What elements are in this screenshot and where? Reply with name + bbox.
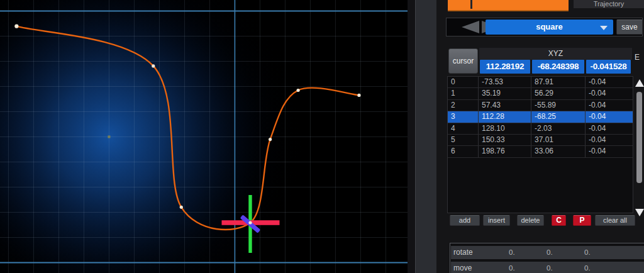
move-y-field[interactable]: 0. (547, 264, 553, 272)
trajectory-point[interactable] (248, 221, 252, 224)
cell-z: -0.04 (585, 123, 631, 134)
trajectory-point[interactable] (296, 89, 299, 92)
cell-y: 33.06 (531, 146, 585, 157)
trajectory-selector-bar: square save (446, 18, 643, 36)
move-x-field[interactable]: 0. (509, 264, 515, 272)
cursor-z-field[interactable]: -0.041528 (586, 60, 631, 74)
timeline-progress-bar[interactable] (448, 0, 569, 11)
trajectory-dropdown[interactable]: square (486, 20, 613, 35)
cell-x: 150.33 (478, 135, 531, 145)
insert-button[interactable]: insert (483, 215, 510, 226)
cell-y: 37.01 (531, 135, 585, 145)
cell-x: 198.76 (478, 146, 531, 157)
rotate-x-field[interactable]: 0. (509, 248, 515, 256)
cell-i: 6 (448, 146, 478, 157)
scroll-up-icon[interactable] (635, 79, 644, 87)
c-button[interactable]: C (552, 215, 566, 226)
cell-i: 2 (448, 100, 478, 111)
rotate-y-field[interactable]: 0. (547, 248, 553, 256)
cell-i: 3 (448, 111, 478, 122)
clear-all-button[interactable]: clear all (595, 215, 635, 226)
add-button[interactable]: add (450, 215, 480, 226)
cell-y: -55.89 (531, 100, 585, 111)
trajectory-point[interactable] (357, 94, 360, 97)
tab-trajectory-label: Trajectory (594, 0, 625, 8)
table-row[interactable]: 0-73.5387.91-0.04 (448, 77, 633, 88)
trajectory-side-panel: Trajectory square save cursor XYZ 112.28… (436, 0, 644, 273)
rotate-z-field[interactable]: 0. (584, 248, 591, 256)
origin-dot (108, 136, 110, 138)
cell-x: -73.53 (478, 77, 531, 87)
cell-y: 87.91 (531, 77, 585, 87)
cell-z: -0.04 (585, 146, 631, 157)
cell-x: 57.43 (478, 100, 531, 111)
trajectory-point[interactable] (152, 64, 155, 67)
cursor-y-field[interactable]: -68.248398 (532, 60, 584, 74)
scrollbar-thumb[interactable] (636, 92, 642, 183)
cell-x: 35.19 (478, 88, 531, 99)
trajectory-point[interactable] (269, 138, 272, 141)
cell-i: 5 (448, 135, 478, 145)
table-rows: 0-73.5387.91-0.04135.1956.29-0.04257.43-… (448, 77, 633, 158)
trajectory-point[interactable] (180, 206, 183, 209)
rotate-label: rotate (453, 248, 473, 257)
table-row[interactable]: 4128.10-2.03-0.04 (448, 123, 633, 135)
cell-z: -0.04 (585, 77, 631, 87)
timeline-playhead[interactable] (470, 0, 472, 9)
prev-trajectory-arrow-icon[interactable] (462, 21, 479, 33)
canvas-panel-gap (408, 0, 415, 273)
table-row[interactable]: 257.43-55.89-0.04 (448, 100, 633, 111)
delete-button[interactable]: delete (517, 215, 544, 226)
cell-z: -0.04 (585, 111, 631, 122)
cell-z: -0.04 (585, 88, 631, 99)
trajectory-point[interactable] (14, 25, 18, 28)
cell-i: 1 (448, 88, 478, 99)
trajectory-dropdown-value: square (536, 22, 563, 31)
cell-y: -68.25 (531, 111, 585, 122)
cell-i: 4 (448, 123, 478, 134)
chevron-down-icon (600, 26, 608, 30)
cell-x: 128.10 (478, 123, 531, 134)
scroll-down-icon[interactable] (635, 209, 644, 216)
transform-panel: rotate 0. 0. 0. move 0. 0. 0. (450, 243, 644, 273)
table-row[interactable]: 5150.3337.01-0.04 (448, 135, 633, 146)
move-label: move (453, 264, 472, 272)
save-button[interactable]: save (616, 20, 643, 35)
cell-y: 56.29 (531, 88, 585, 99)
move-z-field[interactable]: 0. (584, 264, 591, 272)
panel-splitter[interactable] (415, 0, 438, 273)
cell-y: -2.03 (531, 123, 585, 134)
trajectory-editor-window: Trajectory square save cursor XYZ 112.28… (0, 0, 644, 273)
trajectory-canvas[interactable] (0, 0, 408, 273)
table-row[interactable]: 3112.28-68.25-0.04 (448, 111, 633, 123)
cell-z: -0.04 (585, 100, 631, 111)
cell-x: 112.28 (478, 111, 531, 122)
cell-i: 0 (448, 77, 478, 87)
points-table: 0-73.5387.91-0.04135.1956.29-0.04257.43-… (447, 76, 633, 213)
rotate-row: rotate 0. 0. 0. (451, 246, 644, 259)
cell-z: -0.04 (585, 135, 631, 145)
p-button[interactable]: P (573, 215, 591, 226)
table-row[interactable]: 135.1956.29-0.04 (448, 88, 633, 99)
edge-label: E (635, 53, 640, 62)
move-row: move 0. 0. 0. (451, 262, 644, 273)
table-row[interactable]: 6198.7633.06-0.04 (448, 146, 633, 157)
cursor-button[interactable]: cursor (448, 48, 478, 74)
tab-trajectory[interactable]: Trajectory (574, 0, 644, 8)
cursor-x-field[interactable]: 112.28192 (480, 60, 530, 74)
xyz-column-header: XYZ (479, 48, 632, 60)
